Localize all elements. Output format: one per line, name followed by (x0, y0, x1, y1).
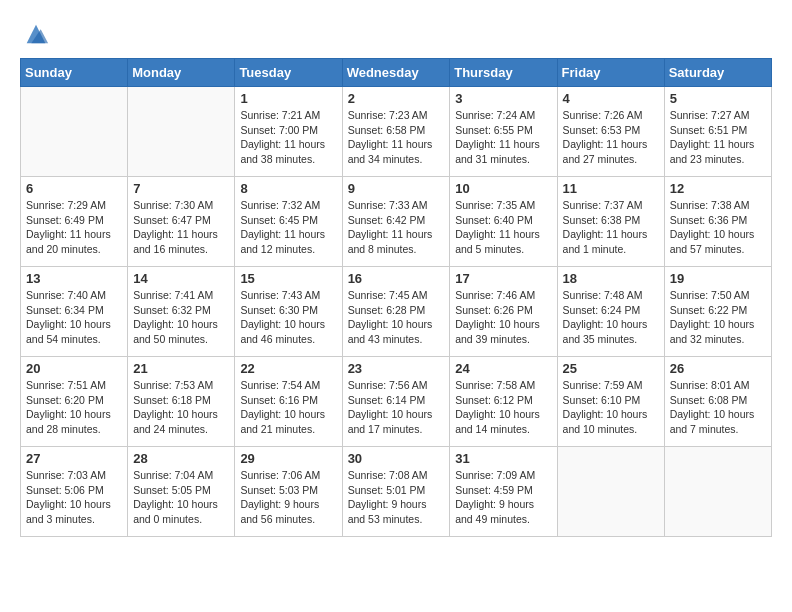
sunrise: Sunrise: 8:01 AM (670, 379, 750, 391)
day-info: Sunrise: 7:08 AM Sunset: 5:01 PM Dayligh… (348, 468, 445, 527)
daylight: Daylight: 11 hours and 12 minutes. (240, 228, 325, 255)
logo-icon (22, 20, 50, 48)
day-info: Sunrise: 7:23 AM Sunset: 6:58 PM Dayligh… (348, 108, 445, 167)
sunset: Sunset: 5:05 PM (133, 484, 211, 496)
day-info: Sunrise: 8:01 AM Sunset: 6:08 PM Dayligh… (670, 378, 766, 437)
sunset: Sunset: 6:12 PM (455, 394, 533, 406)
day-info: Sunrise: 7:26 AM Sunset: 6:53 PM Dayligh… (563, 108, 659, 167)
calendar-cell: 3 Sunrise: 7:24 AM Sunset: 6:55 PM Dayli… (450, 87, 557, 177)
day-number: 9 (348, 181, 445, 196)
daylight: Daylight: 10 hours and 32 minutes. (670, 318, 755, 345)
weekday-header-monday: Monday (128, 59, 235, 87)
day-info: Sunrise: 7:30 AM Sunset: 6:47 PM Dayligh… (133, 198, 229, 257)
day-number: 18 (563, 271, 659, 286)
day-info: Sunrise: 7:33 AM Sunset: 6:42 PM Dayligh… (348, 198, 445, 257)
sunrise: Sunrise: 7:03 AM (26, 469, 106, 481)
daylight: Daylight: 11 hours and 23 minutes. (670, 138, 755, 165)
daylight: Daylight: 10 hours and 17 minutes. (348, 408, 433, 435)
weekday-header-sunday: Sunday (21, 59, 128, 87)
day-number: 28 (133, 451, 229, 466)
day-info: Sunrise: 7:59 AM Sunset: 6:10 PM Dayligh… (563, 378, 659, 437)
sunset: Sunset: 6:08 PM (670, 394, 748, 406)
day-number: 10 (455, 181, 551, 196)
sunset: Sunset: 6:58 PM (348, 124, 426, 136)
sunrise: Sunrise: 7:38 AM (670, 199, 750, 211)
sunrise: Sunrise: 7:09 AM (455, 469, 535, 481)
day-info: Sunrise: 7:40 AM Sunset: 6:34 PM Dayligh… (26, 288, 122, 347)
day-info: Sunrise: 7:21 AM Sunset: 7:00 PM Dayligh… (240, 108, 336, 167)
sunrise: Sunrise: 7:50 AM (670, 289, 750, 301)
day-info: Sunrise: 7:41 AM Sunset: 6:32 PM Dayligh… (133, 288, 229, 347)
calendar-cell: 17 Sunrise: 7:46 AM Sunset: 6:26 PM Dayl… (450, 267, 557, 357)
sunset: Sunset: 5:06 PM (26, 484, 104, 496)
day-number: 19 (670, 271, 766, 286)
calendar-cell: 4 Sunrise: 7:26 AM Sunset: 6:53 PM Dayli… (557, 87, 664, 177)
daylight: Daylight: 11 hours and 5 minutes. (455, 228, 540, 255)
day-number: 11 (563, 181, 659, 196)
sunset: Sunset: 6:14 PM (348, 394, 426, 406)
sunrise: Sunrise: 7:53 AM (133, 379, 213, 391)
sunrise: Sunrise: 7:04 AM (133, 469, 213, 481)
sunset: Sunset: 6:36 PM (670, 214, 748, 226)
day-number: 4 (563, 91, 659, 106)
sunset: Sunset: 6:53 PM (563, 124, 641, 136)
daylight: Daylight: 10 hours and 54 minutes. (26, 318, 111, 345)
calendar-cell: 28 Sunrise: 7:04 AM Sunset: 5:05 PM Dayl… (128, 447, 235, 537)
daylight: Daylight: 10 hours and 0 minutes. (133, 498, 218, 525)
day-number: 29 (240, 451, 336, 466)
sunrise: Sunrise: 7:35 AM (455, 199, 535, 211)
sunset: Sunset: 6:22 PM (670, 304, 748, 316)
sunset: Sunset: 6:28 PM (348, 304, 426, 316)
sunrise: Sunrise: 7:40 AM (26, 289, 106, 301)
calendar-cell: 9 Sunrise: 7:33 AM Sunset: 6:42 PM Dayli… (342, 177, 450, 267)
day-info: Sunrise: 7:43 AM Sunset: 6:30 PM Dayligh… (240, 288, 336, 347)
sunrise: Sunrise: 7:32 AM (240, 199, 320, 211)
day-number: 13 (26, 271, 122, 286)
day-info: Sunrise: 7:48 AM Sunset: 6:24 PM Dayligh… (563, 288, 659, 347)
calendar-cell: 15 Sunrise: 7:43 AM Sunset: 6:30 PM Dayl… (235, 267, 342, 357)
calendar-cell (128, 87, 235, 177)
daylight: Daylight: 11 hours and 27 minutes. (563, 138, 648, 165)
sunset: Sunset: 6:16 PM (240, 394, 318, 406)
daylight: Daylight: 9 hours and 53 minutes. (348, 498, 427, 525)
daylight: Daylight: 9 hours and 49 minutes. (455, 498, 534, 525)
sunset: Sunset: 6:40 PM (455, 214, 533, 226)
sunrise: Sunrise: 7:08 AM (348, 469, 428, 481)
day-number: 25 (563, 361, 659, 376)
day-number: 8 (240, 181, 336, 196)
daylight: Daylight: 10 hours and 50 minutes. (133, 318, 218, 345)
calendar-cell (21, 87, 128, 177)
daylight: Daylight: 10 hours and 35 minutes. (563, 318, 648, 345)
calendar-cell: 5 Sunrise: 7:27 AM Sunset: 6:51 PM Dayli… (664, 87, 771, 177)
sunrise: Sunrise: 7:41 AM (133, 289, 213, 301)
day-info: Sunrise: 7:24 AM Sunset: 6:55 PM Dayligh… (455, 108, 551, 167)
day-number: 23 (348, 361, 445, 376)
sunset: Sunset: 6:34 PM (26, 304, 104, 316)
day-number: 15 (240, 271, 336, 286)
sunset: Sunset: 6:45 PM (240, 214, 318, 226)
daylight: Daylight: 10 hours and 46 minutes. (240, 318, 325, 345)
daylight: Daylight: 10 hours and 7 minutes. (670, 408, 755, 435)
calendar-table: SundayMondayTuesdayWednesdayThursdayFrid… (20, 58, 772, 537)
sunset: Sunset: 6:10 PM (563, 394, 641, 406)
weekday-header-saturday: Saturday (664, 59, 771, 87)
sunrise: Sunrise: 7:37 AM (563, 199, 643, 211)
day-info: Sunrise: 7:04 AM Sunset: 5:05 PM Dayligh… (133, 468, 229, 527)
daylight: Daylight: 9 hours and 56 minutes. (240, 498, 319, 525)
sunrise: Sunrise: 7:30 AM (133, 199, 213, 211)
calendar-cell: 21 Sunrise: 7:53 AM Sunset: 6:18 PM Dayl… (128, 357, 235, 447)
day-info: Sunrise: 7:37 AM Sunset: 6:38 PM Dayligh… (563, 198, 659, 257)
daylight: Daylight: 11 hours and 38 minutes. (240, 138, 325, 165)
sunrise: Sunrise: 7:46 AM (455, 289, 535, 301)
sunset: Sunset: 6:24 PM (563, 304, 641, 316)
calendar-cell: 14 Sunrise: 7:41 AM Sunset: 6:32 PM Dayl… (128, 267, 235, 357)
day-info: Sunrise: 7:32 AM Sunset: 6:45 PM Dayligh… (240, 198, 336, 257)
calendar-week-2: 6 Sunrise: 7:29 AM Sunset: 6:49 PM Dayli… (21, 177, 772, 267)
day-info: Sunrise: 7:29 AM Sunset: 6:49 PM Dayligh… (26, 198, 122, 257)
sunset: Sunset: 5:01 PM (348, 484, 426, 496)
daylight: Daylight: 11 hours and 20 minutes. (26, 228, 111, 255)
sunrise: Sunrise: 7:51 AM (26, 379, 106, 391)
sunrise: Sunrise: 7:48 AM (563, 289, 643, 301)
day-number: 27 (26, 451, 122, 466)
day-number: 24 (455, 361, 551, 376)
